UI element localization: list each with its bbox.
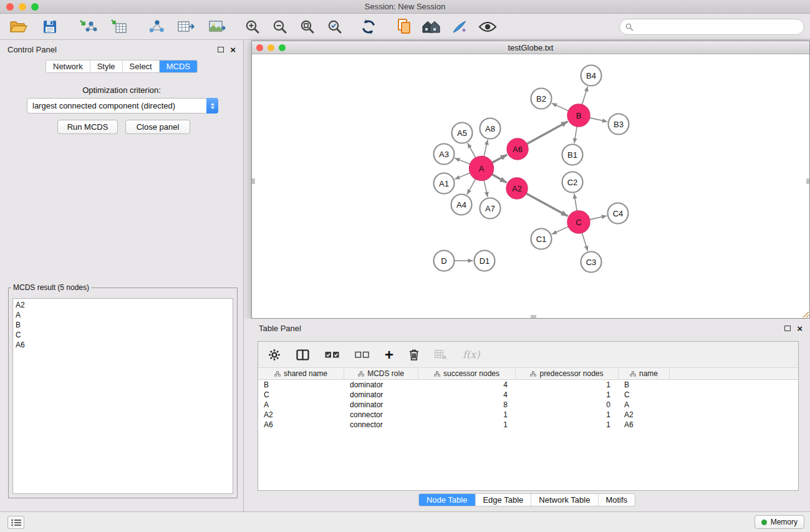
graph-node-A8[interactable]: A8	[480, 118, 501, 139]
show-all-networks-button[interactable]	[422, 16, 441, 37]
graph-node-A2[interactable]: A2	[506, 178, 528, 199]
table-row[interactable]: Adominator80A	[258, 400, 798, 410]
graph-edge-B-B3[interactable]	[590, 118, 607, 122]
mcds-result-item[interactable]: B	[16, 320, 230, 330]
graph-node-D[interactable]: D	[434, 251, 455, 271]
import-table-button[interactable]	[110, 16, 127, 37]
delete-column-button[interactable]	[409, 344, 419, 365]
optimization-dropdown[interactable]: largest connected component (directed)	[27, 98, 218, 114]
zoom-out-button[interactable]	[272, 16, 288, 37]
graph-edge-A-A1[interactable]	[455, 173, 470, 179]
graph-edge-C-C1[interactable]	[552, 226, 569, 234]
graph-node-A4[interactable]: A4	[451, 195, 472, 215]
graph-edge-A-A5[interactable]	[468, 143, 476, 158]
table-row[interactable]: Cdominator41C	[258, 390, 798, 400]
column-header-name[interactable]: name	[619, 368, 670, 379]
tab-style[interactable]: Style	[90, 60, 123, 72]
export-image-button[interactable]	[208, 16, 226, 37]
graph-node-B[interactable]: B	[567, 104, 590, 127]
graph-edge-A-A4[interactable]	[467, 179, 476, 195]
float-table-panel-button[interactable]	[784, 326, 791, 331]
graph-node-A6[interactable]: A6	[507, 138, 528, 160]
graph-node-A5[interactable]: A5	[452, 123, 473, 143]
graph-node-B1[interactable]: B1	[562, 145, 583, 165]
column-header-mcds-role[interactable]: MCDS role	[344, 368, 418, 379]
tab-edge-table[interactable]: Edge Table	[475, 494, 531, 506]
graph-node-C[interactable]: C	[567, 211, 590, 233]
zoom-fit-button[interactable]	[299, 16, 316, 37]
close-panel-button[interactable]: ×	[230, 45, 236, 54]
table-row[interactable]: A2connector11A2	[258, 410, 798, 420]
tab-select[interactable]: Select	[123, 60, 160, 72]
style-brush-button[interactable]	[451, 16, 468, 37]
zoom-in-button[interactable]	[244, 16, 261, 37]
select-all-rows-button[interactable]	[325, 344, 339, 365]
resize-grip-icon[interactable]	[801, 309, 809, 318]
tab-node-table[interactable]: Node Table	[419, 494, 476, 506]
add-column-button[interactable]: +	[385, 344, 393, 365]
graph-edge-A-A6[interactable]	[492, 155, 507, 163]
table-row[interactable]: A6connector11A6	[258, 420, 798, 430]
search-box[interactable]	[619, 19, 804, 35]
show-hide-button[interactable]	[478, 16, 497, 37]
graph-node-A7[interactable]: A7	[480, 198, 501, 219]
refresh-layout-button[interactable]	[360, 16, 377, 37]
graph-node-C4[interactable]: C4	[608, 203, 629, 224]
scrollbar-horizontal[interactable]	[531, 315, 536, 318]
save-session-button[interactable]	[42, 16, 57, 37]
close-panel-button-2[interactable]: Close panel	[125, 120, 190, 134]
export-table-button[interactable]	[177, 16, 196, 37]
graph-node-C3[interactable]: C3	[581, 252, 602, 273]
scrollbar-vertical[interactable]	[806, 178, 809, 184]
task-history-button[interactable]	[7, 516, 24, 529]
graph-edge-C-C2[interactable]	[574, 193, 577, 211]
graph-edge-A-A7[interactable]	[484, 180, 488, 197]
graph-node-C2[interactable]: C2	[562, 172, 583, 193]
tab-network[interactable]: Network	[46, 60, 90, 72]
column-header-predecessor-nodes[interactable]: predecessor nodes	[516, 368, 619, 379]
graph-node-B4[interactable]: B4	[581, 65, 602, 86]
float-panel-button[interactable]	[218, 47, 224, 52]
graph-edge-B-B2[interactable]	[552, 104, 569, 111]
duplicate-network-button[interactable]	[397, 16, 412, 37]
clone-network-button[interactable]	[147, 16, 165, 37]
graph-node-A[interactable]: A	[470, 157, 494, 181]
mcds-result-item[interactable]: A	[16, 310, 230, 320]
tab-mcds[interactable]: MCDS	[160, 60, 197, 72]
graph-edge-A6-B[interactable]	[527, 122, 568, 144]
network-canvas[interactable]: B4B2BB3A5A8A6A3AB1A1A2C2A4A7C4CC1DD1C3	[252, 54, 809, 318]
zoom-selected-button[interactable]	[327, 16, 343, 37]
graph-edge-A2-C[interactable]	[526, 193, 568, 216]
graph-edge-C-C4[interactable]	[590, 216, 607, 220]
deselect-all-rows-button[interactable]	[355, 344, 369, 365]
column-header-successor-nodes[interactable]: successor nodes	[418, 368, 516, 379]
search-input[interactable]	[637, 21, 804, 33]
open-session-button[interactable]	[9, 16, 27, 37]
graph-edge-B-B4[interactable]	[582, 87, 587, 105]
graph-node-B2[interactable]: B2	[531, 89, 552, 109]
run-mcds-button[interactable]: Run MCDS	[57, 120, 118, 134]
graph-edge-C-C3[interactable]	[582, 233, 587, 251]
mcds-result-item[interactable]: C	[16, 330, 230, 340]
table-row[interactable]: Bdominator41B	[258, 380, 798, 390]
graph-edge-A-A3[interactable]	[455, 158, 470, 164]
mcds-result-item[interactable]: A2	[16, 300, 230, 310]
tab-motifs[interactable]: Motifs	[598, 494, 635, 506]
graph-node-A1[interactable]: A1	[434, 173, 455, 194]
table-settings-button[interactable]	[268, 344, 281, 365]
memory-button[interactable]: Memory	[755, 515, 804, 529]
graph-node-A3[interactable]: A3	[434, 144, 455, 165]
network-window-titlebar[interactable]: testGlobe.txt	[252, 41, 809, 54]
graph-node-C1[interactable]: C1	[531, 229, 552, 249]
import-network-button[interactable]	[79, 16, 97, 37]
graph-node-B3[interactable]: B3	[609, 114, 629, 135]
graph-edge-A-A2[interactable]	[492, 175, 506, 183]
column-header-shared-name[interactable]: shared name	[258, 368, 344, 379]
graph-node-D1[interactable]: D1	[475, 251, 495, 271]
delete-table-button[interactable]	[435, 344, 447, 365]
mcds-result-list[interactable]: A2ABCA6	[12, 298, 233, 494]
graph-edge-B-B1[interactable]	[574, 127, 577, 143]
close-table-panel-button[interactable]: ×	[797, 324, 803, 333]
graph-edge-A-A8[interactable]	[484, 140, 488, 157]
tab-network-table[interactable]: Network Table	[531, 494, 598, 506]
